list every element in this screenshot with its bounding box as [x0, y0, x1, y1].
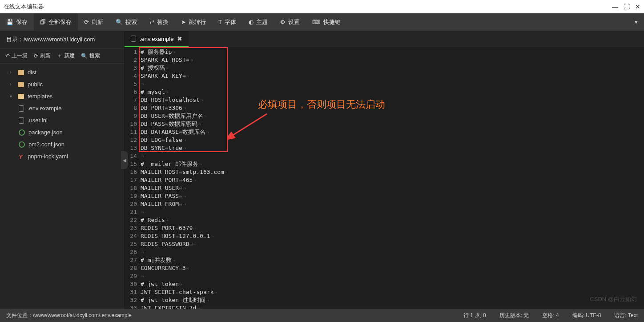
keyboard-icon: ⌨	[312, 19, 321, 25]
refresh-icon: ⟳	[34, 53, 38, 59]
sidebar: 目录：/www/wwwroot/ai.idcyli.com ↶上一级 ⟳刷新 ＋…	[0, 31, 125, 309]
folder-icon	[18, 82, 24, 87]
folder-item[interactable]: ▾templates	[0, 90, 124, 102]
settings-button[interactable]: ⚙设置	[274, 13, 306, 31]
annotation-text: 必填项目，否则项目无法启动	[258, 98, 385, 111]
search-icon: 🔍	[81, 53, 88, 59]
goto-icon: ➤	[181, 19, 186, 25]
font-button[interactable]: T字体	[212, 13, 242, 31]
tree-item-label: .user.ini	[28, 117, 48, 124]
chevron-right-icon: ›	[10, 82, 14, 87]
tree-item-label: dist	[28, 69, 36, 76]
close-tab-icon[interactable]: ✖	[177, 35, 182, 42]
statusbar: 文件位置：/www/wwwroot/ai.idcyli.com/.env.exa…	[0, 309, 644, 322]
save-icon: 💾	[6, 19, 13, 25]
tab-env-example[interactable]: .env.example ✖	[125, 31, 189, 47]
folder-icon	[18, 70, 24, 75]
file-icon	[19, 117, 24, 124]
code-content[interactable]: # 服务器ip¬SPARK_AI_HOST=¬# 授权码¬SPARK_AI_KE…	[141, 47, 228, 309]
theme-button[interactable]: ◐主题	[242, 13, 274, 31]
collapse-sidebar-button[interactable]: ◀	[121, 151, 128, 169]
arrow-icon	[227, 109, 271, 141]
chevron-right-icon: ▾	[10, 94, 14, 99]
save-all-button[interactable]: 🗐全部保存	[34, 13, 78, 31]
folder-icon	[18, 94, 24, 99]
status-cursor: 行 1 ,列 0	[463, 312, 486, 319]
minimize-icon[interactable]: —	[612, 3, 618, 10]
expand-toolbar-button[interactable]: ▾	[628, 19, 644, 25]
editor-tabs: .env.example ✖	[125, 31, 644, 47]
file-icon	[131, 36, 136, 42]
refresh-icon: ⟳	[84, 19, 89, 25]
gear-icon: ⚙	[280, 19, 286, 25]
titlebar: 在线文本编辑器 — ⛶ ✕	[0, 0, 644, 13]
refresh-button[interactable]: ⟳刷新	[78, 13, 109, 31]
close-icon[interactable]: ✕	[635, 3, 640, 10]
chevron-right-icon: ›	[10, 70, 14, 75]
save-button[interactable]: 💾保存	[0, 13, 34, 31]
status-file-path: 文件位置：/www/wwwroot/ai.idcyli.com/.env.exa…	[6, 312, 132, 319]
tree-item-label: pm2.conf.json	[28, 141, 64, 148]
font-icon: T	[218, 19, 222, 25]
status-encoding[interactable]: 编码: UTF-8	[572, 312, 601, 319]
shortcuts-button[interactable]: ⌨快捷键	[306, 13, 347, 31]
file-item[interactable]: pm2.conf.json	[0, 138, 124, 150]
maximize-icon[interactable]: ⛶	[624, 3, 630, 10]
tree-item-label: templates	[28, 93, 52, 100]
save-all-icon: 🗐	[40, 19, 46, 25]
goto-button[interactable]: ➤跳转行	[175, 13, 212, 31]
file-item[interactable]: .user.ini	[0, 114, 124, 126]
status-history[interactable]: 历史版本: 无	[499, 312, 529, 319]
replace-icon: ⇄	[149, 19, 154, 25]
sidebar-refresh-button[interactable]: ⟳刷新	[34, 52, 51, 60]
folder-item[interactable]: ›public	[0, 78, 124, 90]
up-level-button[interactable]: ↶上一级	[5, 52, 28, 60]
arrow-left-icon: ↶	[5, 53, 10, 59]
file-tree: ›dist›public▾templates.env.example.user.…	[0, 64, 124, 309]
file-item[interactable]: Ypnpm-lock.yaml	[0, 150, 124, 162]
status-lang[interactable]: 语言: Text	[614, 312, 638, 319]
toolbar: 💾保存 🗐全部保存 ⟳刷新 🔍搜索 ⇄替换 ➤跳转行 T字体 ◐主题 ⚙设置 ⌨…	[0, 13, 644, 31]
file-icon	[19, 105, 24, 112]
window-title: 在线文本编辑器	[4, 3, 44, 11]
file-item[interactable]: .env.example	[0, 102, 124, 114]
search-button[interactable]: 🔍搜索	[109, 13, 143, 31]
status-spaces[interactable]: 空格: 4	[542, 312, 559, 319]
watermark: CSDN @白云如幻	[590, 295, 637, 303]
plus-icon: ＋	[57, 52, 62, 60]
file-item[interactable]: package.json	[0, 126, 124, 138]
svg-line-0	[231, 114, 267, 136]
search-icon: 🔍	[116, 19, 123, 25]
json-icon	[19, 129, 25, 136]
sidebar-search-button[interactable]: 🔍搜索	[81, 52, 100, 60]
theme-icon: ◐	[249, 19, 254, 25]
line-gutter: 1234567891011121314151617181920212223242…	[125, 47, 141, 309]
tree-item-label: package.json	[28, 129, 63, 136]
tree-item-label: public	[28, 81, 43, 88]
replace-button[interactable]: ⇄替换	[143, 13, 175, 31]
tree-item-label: pnpm-lock.yaml	[28, 153, 68, 160]
folder-item[interactable]: ›dist	[0, 66, 124, 78]
yaml-icon: Y	[19, 153, 24, 160]
directory-path: 目录：/www/wwwroot/ai.idcyli.com	[0, 31, 124, 48]
code-editor[interactable]: 1234567891011121314151617181920212223242…	[125, 47, 644, 309]
tree-item-label: .env.example	[28, 105, 61, 112]
json-icon	[19, 141, 25, 148]
new-button[interactable]: ＋新建	[57, 52, 75, 60]
